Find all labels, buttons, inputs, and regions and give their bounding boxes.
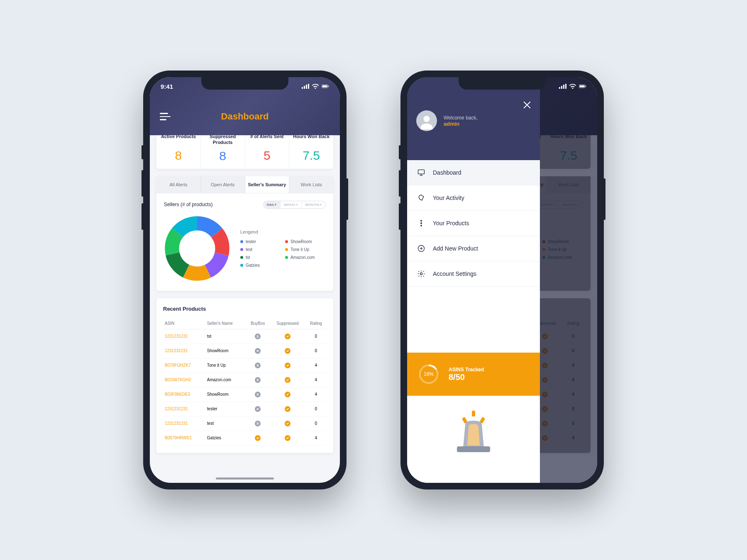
column-header[interactable]: Rating (305, 318, 327, 329)
column-header[interactable]: Seller's Name (205, 318, 246, 329)
cell-seller: Amazon.com (205, 373, 246, 387)
svg-point-35 (421, 225, 422, 226)
phone-dashboard: 9:41 Dashboard Active Products8Suppresse… (143, 71, 347, 489)
range-daily[interactable]: DAILY (264, 201, 281, 208)
battery-icon (579, 84, 586, 89)
table-row[interactable]: B01N87KGH2 Amazon.com 4 (163, 373, 327, 387)
cell-asin[interactable]: 1231231231 (163, 402, 205, 416)
kpi-label: Hours Won Back (292, 135, 331, 145)
cell-rating: 4 (305, 373, 327, 387)
column-header[interactable]: BuyBox (246, 318, 270, 329)
cell-seller: tester (205, 402, 246, 416)
nav-item-your-products[interactable]: Your Products (407, 211, 540, 236)
user-avatar[interactable] (416, 110, 437, 131)
tab-all-alerts[interactable]: All Alerts (156, 176, 201, 193)
range-monthly[interactable]: MONTHLY (302, 201, 325, 208)
products-table: ASINSeller's NameBuyBoxSuppressedRating … (163, 318, 327, 446)
kpi-card[interactable]: # of Alerts Sent5 (245, 135, 290, 169)
dots-icon (417, 219, 425, 227)
check-icon (285, 334, 290, 339)
cell-asin[interactable]: 1231231231 (163, 416, 205, 431)
signal-icon (559, 84, 566, 89)
svg-rect-3 (308, 84, 309, 89)
svg-point-34 (421, 223, 422, 224)
legend-item: Gatzies (240, 263, 281, 268)
column-header[interactable]: ASIN (163, 318, 205, 329)
nav-item-dashboard[interactable]: Dashboard (407, 160, 540, 185)
range-weekly[interactable]: WEEKLY (281, 201, 302, 208)
table-row[interactable]: 1231231231 test 0 (163, 416, 327, 431)
svg-rect-6 (328, 86, 329, 87)
cell-buybox (246, 358, 270, 373)
kpi-card[interactable]: Hours Won Back7.5 (289, 135, 333, 169)
close-button[interactable] (522, 100, 532, 110)
cell-seller: tst (205, 329, 246, 343)
wifi-icon (569, 84, 576, 89)
svg-rect-1 (304, 86, 305, 89)
phone-drawer: Dashboard Active Products8Suppressed Pro… (400, 71, 604, 489)
tab-open-alerts[interactable]: Open Alerts (201, 176, 245, 193)
table-row[interactable]: 1231231231 ShowRoom 0 (163, 343, 327, 358)
progress-percent: 16% (424, 371, 434, 377)
legend-item: Amazon.com (285, 255, 326, 260)
nav-item-account-settings[interactable]: Account Settings (407, 261, 540, 287)
table-row[interactable]: B078FGHZK7 Tone it Up 4 (163, 358, 327, 373)
tab-work-lists[interactable]: Work Lists (289, 176, 333, 193)
nav-label: Your Activity (433, 195, 464, 201)
check-icon (285, 348, 290, 354)
cell-suppressed (270, 387, 305, 402)
legend-item: tst (240, 255, 281, 260)
cell-asin[interactable]: B01N87KGH2 (163, 373, 205, 387)
table-title: Recent Products (163, 306, 327, 312)
cell-asin[interactable]: B03F86KDE3 (163, 387, 205, 402)
svg-rect-42 (472, 411, 475, 416)
home-indicator[interactable] (216, 477, 274, 480)
cell-asin[interactable]: 1231231231 (163, 329, 205, 343)
range-toggle[interactable]: DAILYWEEKLYMONTHLY (263, 201, 326, 209)
svg-rect-15 (559, 87, 560, 89)
cell-asin[interactable]: 1231231231 (163, 343, 205, 358)
plus-icon (417, 244, 425, 253)
legend-dot (240, 256, 243, 259)
cell-seller: Gatzies (205, 431, 246, 445)
svg-point-33 (421, 220, 422, 222)
username: admin (444, 121, 478, 127)
check-icon (285, 406, 290, 412)
cell-asin[interactable]: B078FGHZK7 (163, 358, 205, 373)
table-row[interactable]: 1231231231 tst 0 (163, 329, 327, 343)
cell-asin[interactable]: B0079HRWD1 (163, 431, 205, 445)
nav-label: Add New Product (433, 245, 478, 252)
table-row[interactable]: B0079HRWD1 Gatzies 4 (163, 431, 327, 445)
table-row[interactable]: B03F86KDE3 ShowRoom 4 (163, 387, 327, 402)
nav-item-your-activity[interactable]: Your Activity (407, 185, 540, 211)
kpi-card[interactable]: Active Products8 (156, 135, 201, 169)
cell-suppressed (270, 343, 305, 358)
legend-dot (240, 264, 243, 267)
tabs: All AlertsOpen AlertsSeller's SummaryWor… (156, 176, 333, 193)
monitor-icon (417, 168, 425, 177)
kpi-value: 8 (219, 149, 226, 163)
legend-item: ShowRoom (285, 239, 326, 244)
x-icon (255, 406, 261, 412)
kpi-label: Suppressed Products (203, 135, 242, 146)
cell-rating: 0 (305, 329, 327, 343)
asins-tracked-block[interactable]: 16% ASINS Tracked 8/50 (407, 353, 540, 396)
cell-seller: Tone it Up (205, 358, 246, 373)
legend-dot (240, 248, 243, 251)
alarm-icon (444, 408, 503, 458)
tab-seller-s-summary[interactable]: Seller's Summary (245, 176, 290, 193)
kpi-value: 8 (175, 149, 182, 162)
svg-rect-21 (586, 86, 586, 87)
x-icon (255, 348, 261, 354)
table-row[interactable]: 1231231231 tester 0 (163, 402, 327, 416)
cell-buybox (246, 387, 270, 402)
nav-item-add-new-product[interactable]: Add New Product (407, 236, 540, 261)
donut-chart (164, 215, 230, 282)
cell-rating: 4 (305, 358, 327, 373)
svg-rect-17 (563, 85, 564, 89)
nav-label: Dashboard (433, 169, 461, 176)
column-header[interactable]: Suppressed (270, 318, 305, 329)
cell-suppressed (270, 431, 305, 445)
kpi-card[interactable]: Suppressed Products8 (201, 135, 245, 169)
menu-button[interactable] (160, 113, 171, 120)
